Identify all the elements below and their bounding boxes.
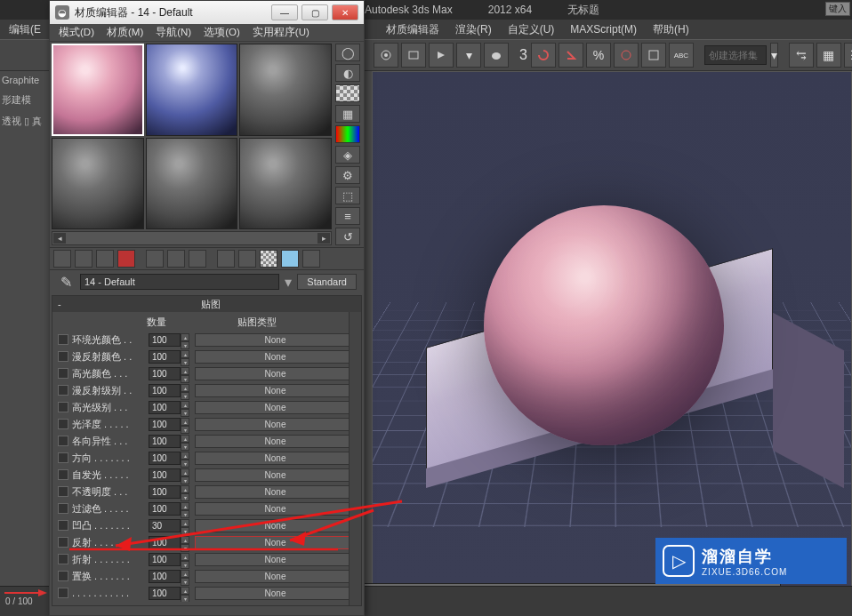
- map-enable-checkbox[interactable]: [58, 368, 68, 379]
- abc-helper-icon[interactable]: ABC: [669, 43, 694, 68]
- spin-up-icon[interactable]: ▴: [181, 468, 189, 476]
- spin-up-icon[interactable]: ▴: [181, 553, 189, 561]
- layer-icon[interactable]: ☰: [844, 43, 852, 68]
- me-menu-material[interactable]: 材质(M): [101, 24, 149, 41]
- material-id-icon[interactable]: [217, 250, 235, 268]
- render-setup-icon[interactable]: [374, 43, 398, 68]
- sample-slot-2[interactable]: [146, 44, 238, 136]
- spin-up-icon[interactable]: ▴: [181, 401, 189, 409]
- map-amount-spinner[interactable]: 100: [149, 468, 181, 482]
- map-list-scrollbar[interactable]: [349, 312, 361, 605]
- options-icon[interactable]: ⚙: [335, 166, 360, 184]
- mirror-icon[interactable]: ⥃: [789, 43, 814, 68]
- angle-snap-icon[interactable]: [559, 43, 583, 68]
- map-slot-button[interactable]: None: [195, 553, 356, 566]
- material-type-button[interactable]: Standard: [297, 274, 357, 290]
- map-amount-spinner[interactable]: 100: [149, 536, 181, 549]
- menu-edit-partial[interactable]: 编辑(E: [2, 20, 48, 39]
- map-amount-spinner[interactable]: 100: [149, 350, 181, 364]
- perspective-viewport[interactable]: [372, 71, 852, 587]
- map-amount-spinner[interactable]: 100: [149, 587, 181, 600]
- go-forward-icon[interactable]: [302, 250, 320, 268]
- spin-up-icon[interactable]: ▴: [181, 587, 189, 595]
- menu-render[interactable]: 渲染(R): [448, 20, 499, 39]
- me-menu-utilities[interactable]: 实用程序(U): [247, 24, 315, 41]
- reset-map-icon[interactable]: [117, 250, 135, 268]
- sample-hscrollbar[interactable]: ◂ ▸: [52, 231, 332, 245]
- map-slot-button[interactable]: None: [195, 401, 356, 414]
- spin-up-icon[interactable]: ▴: [181, 485, 189, 493]
- assign-to-selection-icon[interactable]: [96, 250, 114, 268]
- percent-snap-icon[interactable]: %: [586, 43, 611, 68]
- show-end-result-icon[interactable]: [260, 250, 277, 268]
- scroll-right-icon[interactable]: ▸: [317, 233, 330, 244]
- spin-up-icon[interactable]: ▴: [181, 418, 189, 426]
- selection-set-input[interactable]: [704, 45, 767, 65]
- show-map-icon[interactable]: [238, 250, 256, 268]
- align-icon[interactable]: ▦: [816, 43, 841, 68]
- maximize-button[interactable]: ▢: [301, 4, 328, 20]
- key-hint-button[interactable]: 键入: [825, 2, 850, 16]
- quick-render-icon[interactable]: [429, 43, 454, 68]
- map-slot-button[interactable]: None: [195, 350, 356, 364]
- video-color-icon[interactable]: [335, 125, 360, 143]
- sample-slot-4[interactable]: [52, 138, 144, 230]
- minimize-button[interactable]: —: [271, 4, 298, 20]
- scroll-left-icon[interactable]: ◂: [53, 233, 66, 244]
- map-enable-checkbox[interactable]: [58, 385, 68, 396]
- spin-up-icon[interactable]: ▴: [181, 452, 189, 460]
- map-slot-button[interactable]: None: [195, 536, 356, 549]
- spin-up-icon[interactable]: ▴: [181, 384, 189, 392]
- spin-up-icon[interactable]: ▴: [181, 570, 189, 578]
- map-amount-spinner[interactable]: 100: [149, 435, 181, 448]
- snap-toggle-icon[interactable]: [531, 43, 556, 68]
- cycle-icon[interactable]: ↺: [335, 228, 360, 245]
- map-enable-checkbox[interactable]: [58, 469, 68, 480]
- spin-up-icon[interactable]: ▴: [181, 502, 189, 510]
- map-slot-button[interactable]: None: [195, 485, 356, 499]
- material-editor-titlebar[interactable]: ◒ 材质编辑器 - 14 - Default — ▢ ✕: [50, 1, 364, 24]
- map-slot-button[interactable]: None: [195, 468, 356, 482]
- background-icon[interactable]: [335, 84, 360, 102]
- go-to-parent-icon[interactable]: [281, 250, 299, 268]
- map-enable-checkbox[interactable]: [58, 503, 68, 514]
- map-enable-checkbox[interactable]: [58, 537, 68, 548]
- map-slot-button[interactable]: None: [195, 333, 356, 347]
- spin-down-icon[interactable]: ▾: [181, 595, 189, 603]
- map-enable-checkbox[interactable]: [58, 419, 68, 429]
- map-enable-checkbox[interactable]: [58, 436, 68, 446]
- put-to-library-icon[interactable]: [189, 250, 206, 268]
- material-name-input[interactable]: [80, 274, 279, 290]
- spin-up-icon[interactable]: ▴: [181, 367, 189, 375]
- map-slot-button[interactable]: None: [195, 570, 356, 583]
- map-amount-spinner[interactable]: 100: [149, 452, 181, 465]
- menu-maxscript[interactable]: MAXScript(M): [563, 21, 644, 37]
- map-amount-spinner[interactable]: 100: [149, 333, 181, 347]
- map-amount-spinner[interactable]: 100: [149, 485, 181, 499]
- spin-up-icon[interactable]: ▴: [181, 435, 189, 443]
- map-slot-button[interactable]: None: [195, 384, 356, 397]
- map-amount-spinner[interactable]: 100: [149, 570, 181, 583]
- map-slot-button[interactable]: None: [195, 367, 356, 380]
- menu-customize[interactable]: 自定义(U): [501, 20, 562, 39]
- map-enable-checkbox[interactable]: [58, 452, 68, 463]
- sample-slot-1[interactable]: [52, 44, 144, 136]
- make-preview-icon[interactable]: ◈: [335, 146, 360, 164]
- map-slot-button[interactable]: None: [195, 502, 356, 516]
- spin-up-icon[interactable]: ▴: [181, 536, 189, 544]
- material-list-icon[interactable]: ≡: [335, 207, 360, 225]
- map-amount-spinner[interactable]: 100: [149, 418, 181, 431]
- map-enable-checkbox[interactable]: [58, 486, 68, 497]
- map-slot-button[interactable]: None: [195, 587, 356, 600]
- map-enable-checkbox[interactable]: [58, 351, 68, 362]
- select-by-material-icon[interactable]: ⬚: [335, 187, 360, 204]
- make-unique-icon[interactable]: [167, 250, 185, 268]
- map-slot-button[interactable]: None: [195, 435, 356, 448]
- menu-material-editor[interactable]: 材质编辑器: [379, 20, 446, 39]
- maps-rollout-header[interactable]: - 贴图: [52, 296, 361, 312]
- map-amount-spinner[interactable]: 100: [149, 502, 181, 516]
- teapot-render-icon[interactable]: [484, 43, 509, 68]
- sample-type-icon[interactable]: ◯: [335, 44, 360, 61]
- spin-up-icon[interactable]: ▴: [181, 333, 189, 341]
- map-amount-spinner[interactable]: 100: [149, 367, 181, 380]
